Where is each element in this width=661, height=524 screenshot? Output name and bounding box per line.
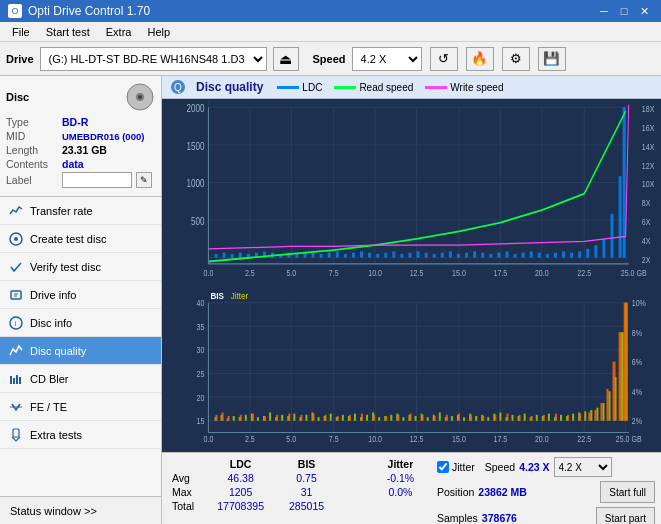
svg-rect-11 [13, 378, 15, 384]
svg-rect-193 [439, 412, 441, 420]
sidebar-item-drive-info[interactable]: Drive info [0, 281, 161, 309]
svg-rect-100 [538, 253, 541, 258]
svg-rect-231 [276, 415, 278, 421]
disc-panel: Disc Type BD-R MID UMEBDR016 (000) Lengt… [0, 76, 161, 197]
sidebar-item-disc-info[interactable]: i Disc info [0, 309, 161, 337]
svg-rect-199 [475, 416, 477, 421]
svg-rect-88 [441, 253, 444, 258]
start-part-button[interactable]: Start part [596, 507, 655, 524]
svg-rect-78 [360, 251, 363, 257]
avg-jitter: -0.1% [376, 471, 425, 485]
svg-rect-108 [602, 239, 605, 258]
svg-rect-240 [385, 416, 387, 421]
svg-rect-99 [530, 251, 533, 257]
sidebar-item-verify-test-disc[interactable]: Verify test disc [0, 253, 161, 281]
svg-rect-159 [233, 416, 235, 421]
svg-rect-253 [543, 415, 545, 421]
svg-text:2X: 2X [642, 255, 651, 265]
label-edit-button[interactable]: ✎ [136, 172, 152, 188]
svg-rect-63 [239, 253, 242, 258]
sidebar-item-fe-te[interactable]: FE / TE [0, 393, 161, 421]
svg-rect-238 [361, 413, 363, 420]
svg-rect-60 [215, 254, 218, 258]
svg-text:10.0: 10.0 [368, 269, 382, 279]
nav-label-disc-quality: Disc quality [30, 345, 86, 357]
svg-rect-251 [519, 415, 521, 421]
svg-text:25: 25 [197, 369, 205, 379]
svg-text:7.5: 7.5 [329, 269, 339, 279]
drivebar: Drive (G:) HL-DT-ST BD-RE WH16NS48 1.D3 … [0, 42, 661, 76]
sidebar-item-transfer-rate[interactable]: Transfer rate [0, 197, 161, 225]
drive-select[interactable]: (G:) HL-DT-ST BD-RE WH16NS48 1.D3 [40, 47, 267, 71]
svg-text:12.5: 12.5 [410, 434, 424, 444]
nav-label-extra-tests: Extra tests [30, 429, 82, 441]
legend-write-speed: Write speed [425, 82, 503, 93]
main-layout: Disc Type BD-R MID UMEBDR016 (000) Lengt… [0, 76, 661, 524]
svg-rect-232 [288, 413, 290, 420]
svg-rect-262 [619, 332, 622, 421]
svg-rect-109 [611, 214, 614, 258]
label-label: Label [6, 174, 58, 186]
minimize-button[interactable]: ─ [595, 3, 613, 19]
charts-area: 2000 1500 1000 500 18X 16X 14X 12X 10X 8… [162, 99, 661, 452]
speed-select[interactable]: 4.2 X [352, 47, 422, 71]
svg-text:500: 500 [191, 216, 204, 227]
col-bis: BIS [277, 457, 336, 471]
sidebar-nav: Transfer rate Create test disc Verify te… [0, 197, 161, 496]
menu-starttest[interactable]: Start test [38, 24, 98, 40]
jitter-checkbox[interactable] [437, 461, 449, 473]
menu-extra[interactable]: Extra [98, 24, 140, 40]
refresh-button[interactable]: ↺ [430, 47, 458, 71]
svg-rect-211 [548, 413, 550, 420]
svg-rect-189 [415, 416, 417, 421]
svg-rect-205 [512, 415, 514, 421]
svg-rect-114 [164, 285, 659, 450]
svg-rect-105 [578, 251, 581, 257]
svg-rect-227 [228, 416, 230, 421]
settings-button[interactable]: ⚙ [502, 47, 530, 71]
sidebar: Disc Type BD-R MID UMEBDR016 (000) Lengt… [0, 76, 162, 524]
total-ldc: 17708395 [204, 499, 277, 513]
svg-text:10X: 10X [642, 180, 655, 190]
svg-text:i: i [15, 320, 17, 327]
svg-text:15: 15 [197, 417, 205, 427]
svg-rect-260 [606, 389, 608, 421]
label-input[interactable] [62, 172, 132, 188]
maximize-button[interactable]: □ [615, 3, 633, 19]
nav-label-transfer-rate: Transfer rate [30, 205, 93, 217]
eject-button[interactable]: ⏏ [273, 47, 299, 71]
svg-text:17.5: 17.5 [494, 269, 508, 279]
status-window-button[interactable]: Status window >> [6, 505, 101, 517]
chart1-svg: 2000 1500 1000 500 18X 16X 14X 12X 10X 8… [164, 101, 659, 283]
save-button[interactable]: 💾 [538, 47, 566, 71]
app-icon: O [8, 4, 22, 18]
start-full-button[interactable]: Start full [600, 481, 655, 503]
svg-text:16X: 16X [642, 123, 655, 133]
sidebar-item-disc-quality[interactable]: Disc quality [0, 337, 161, 365]
svg-rect-241 [397, 415, 399, 421]
svg-rect-103 [562, 251, 565, 257]
max-ldc: 1205 [204, 485, 277, 499]
svg-rect-85 [417, 251, 420, 257]
menu-file[interactable]: File [4, 24, 38, 40]
extra-tests-icon [8, 427, 24, 443]
svg-rect-243 [422, 415, 424, 421]
nav-label-disc-info: Disc info [30, 317, 72, 329]
speed-label: Speed [313, 53, 346, 65]
svg-rect-229 [252, 413, 254, 420]
burn-button[interactable]: 🔥 [466, 47, 494, 71]
svg-rect-195 [451, 416, 453, 421]
svg-rect-185 [390, 415, 392, 421]
sidebar-item-cd-bler[interactable]: CD Bler [0, 365, 161, 393]
nav-label-drive-info: Drive info [30, 289, 76, 301]
sidebar-item-create-test-disc[interactable]: Create test disc [0, 225, 161, 253]
svg-text:4%: 4% [632, 387, 642, 397]
disc-quality-header-icon: Q [170, 79, 186, 95]
svg-rect-250 [506, 413, 508, 420]
sidebar-item-extra-tests[interactable]: Extra tests [0, 421, 161, 449]
close-button[interactable]: ✕ [635, 3, 653, 19]
speed-stat-select[interactable]: 4.2 X [554, 457, 612, 477]
menu-help[interactable]: Help [139, 24, 178, 40]
disc-title: Disc [6, 91, 29, 103]
svg-text:20.0: 20.0 [535, 269, 549, 279]
